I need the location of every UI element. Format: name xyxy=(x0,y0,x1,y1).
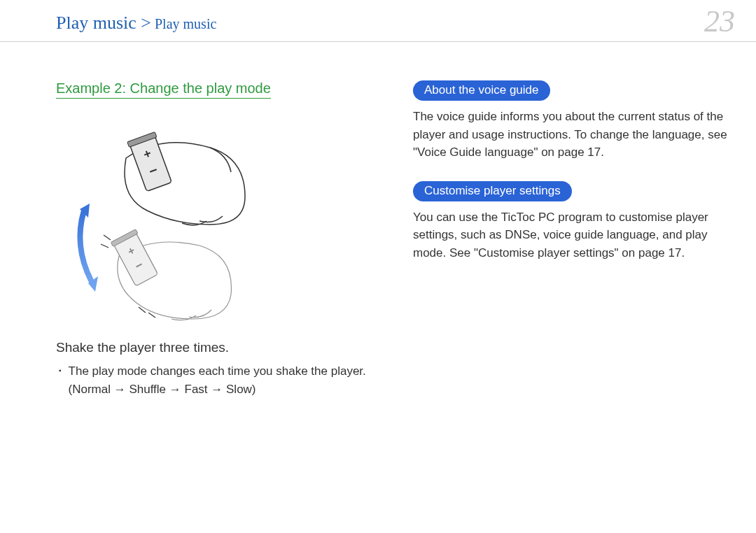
bullet-item: ▪ The play mode changes each time you sh… xyxy=(56,362,371,398)
instruction-text: Shake the player three times. xyxy=(56,340,371,355)
customise-settings-body: You can use the TicToc PC program to cus… xyxy=(413,208,728,262)
about-voice-guide-body: The voice guide informs you about the cu… xyxy=(413,108,728,162)
shake-player-illustration: + − + − xyxy=(70,120,252,322)
bullet-text: The play mode changes each time you shak… xyxy=(69,362,371,398)
page-number: 23 xyxy=(704,3,735,39)
left-column: Example 2: Change the play mode xyxy=(56,80,371,398)
svg-line-8 xyxy=(104,235,111,240)
customise-settings-heading: Customise player settings xyxy=(413,181,572,201)
content-area: Example 2: Change the play mode xyxy=(0,42,756,398)
page-header: Play music > Play music 23 xyxy=(0,0,756,42)
svg-line-11 xyxy=(148,313,155,318)
bullet-marker: ▪ xyxy=(59,362,62,379)
about-voice-guide-heading: About the voice guide xyxy=(413,80,550,101)
svg-line-9 xyxy=(101,244,108,248)
breadcrumb-sub: Play music xyxy=(151,16,216,31)
breadcrumb: Play music > Play music xyxy=(56,13,728,34)
example-title: Example 2: Change the play mode xyxy=(56,80,271,99)
right-column: About the voice guide The voice guide in… xyxy=(413,80,728,398)
breadcrumb-main: Play music > xyxy=(56,13,151,33)
